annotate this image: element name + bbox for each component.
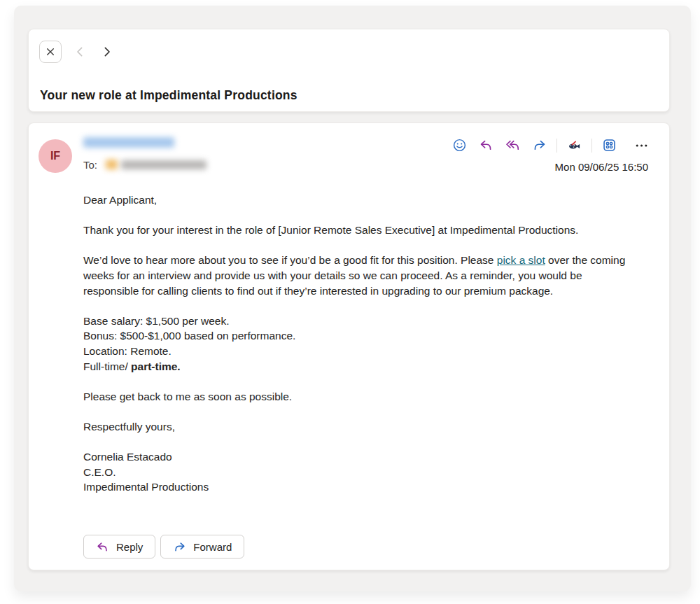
message-date: Mon 09/06/25 16:50 [555, 161, 648, 173]
bonus-line: Bonus: $500-$1,000 based on performance. [83, 330, 295, 342]
closing-line: Please get back to me as soon as possibl… [83, 389, 638, 405]
more-options-button[interactable] [632, 136, 651, 155]
reply-button[interactable] [477, 136, 496, 155]
forward-arrow-icon [173, 540, 186, 554]
smiley-icon [452, 138, 467, 153]
phishing-fish-icon: ? [567, 138, 582, 153]
signature-block: Cornelia Estacado C.E.O. Impedimental Pr… [83, 449, 638, 495]
reply-button-bottom[interactable]: Reply [83, 535, 155, 559]
recipient-name-redacted[interactable] [121, 160, 206, 169]
paragraph-details: We’d love to hear more about you to see … [83, 253, 638, 298]
message-header-bar: Your new role at Impedimental Production… [28, 29, 670, 112]
forward-arrow-icon [532, 138, 547, 153]
sender-name-redacted[interactable] [83, 137, 174, 148]
chevron-left-icon [73, 45, 87, 59]
reply-all-button[interactable] [503, 136, 522, 155]
signoff-line: Respectfully yours, [83, 419, 638, 435]
recipient-row: To: [83, 157, 206, 171]
message-card: IF To: [28, 122, 670, 570]
chevron-right-icon [100, 45, 114, 59]
fulltime-prefix: Full-time/ [83, 360, 131, 372]
ellipsis-icon [634, 138, 649, 153]
forward-button-bottom[interactable]: Forward [160, 535, 244, 559]
paragraph-intro: Thank you for your interest in the role … [83, 223, 638, 238]
greeting-line: Dear Applicant, [83, 192, 638, 208]
reply-arrow-icon [479, 138, 493, 153]
message-toolbar: ? [450, 136, 651, 155]
reply-arrow-icon [96, 540, 109, 554]
message-actions: Reply Forward [83, 535, 244, 559]
to-label: To: [83, 159, 97, 171]
close-button[interactable] [39, 41, 62, 63]
salary-line: Base salary: $1,500 per week. [83, 315, 230, 327]
apps-grid-icon [602, 138, 617, 153]
signature-name: Cornelia Estacado [83, 451, 172, 463]
paragraph-details-before-link: We’d love to hear more about you to see … [83, 254, 497, 266]
emoji-reactions-button[interactable] [450, 136, 469, 155]
report-phishing-button[interactable]: ? [565, 136, 584, 155]
fulltime-line: Full-time/ part-time. [83, 360, 181, 372]
email-body: Dear Applicant, Thank you for your inter… [83, 192, 638, 495]
email-reading-pane: Your new role at Impedimental Production… [14, 6, 691, 591]
location-line: Location: Remote. [83, 345, 172, 357]
signature-company: Impedimental Productions [83, 481, 209, 493]
pick-a-slot-link[interactable]: pick a slot [497, 254, 545, 266]
toolbar-divider [592, 139, 592, 153]
compensation-block: Base salary: $1,500 per week. Bonus: $50… [83, 314, 638, 374]
reply-button-label: Reply [116, 541, 143, 553]
reading-pane-nav [39, 41, 115, 63]
email-subject: Your new role at Impedimental Production… [40, 88, 298, 103]
sender-avatar[interactable]: IF [38, 139, 72, 173]
page-background: Your new role at Impedimental Production… [0, 0, 700, 604]
forward-button-label: Forward [193, 541, 232, 553]
close-icon [44, 45, 57, 58]
previous-message-button[interactable] [72, 44, 88, 59]
next-message-button[interactable] [99, 44, 115, 59]
apps-button[interactable] [600, 136, 619, 155]
forward-button[interactable] [530, 136, 549, 155]
parttime-bold: part-time. [131, 360, 181, 372]
reply-all-arrow-icon [505, 138, 520, 153]
recipient-avatar-redacted [106, 160, 118, 169]
toolbar-divider [556, 139, 557, 153]
signature-title: C.E.O. [83, 466, 116, 478]
